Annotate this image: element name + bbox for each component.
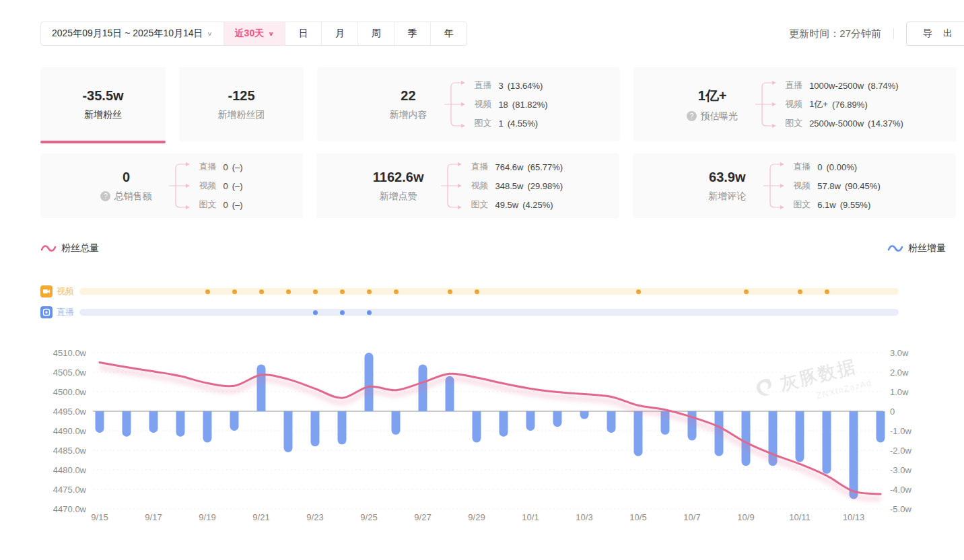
breakdown-row: 直播764.6w(65.77%) <box>471 158 563 176</box>
help-icon[interactable]: ? <box>687 111 697 121</box>
svg-text:4510.0w: 4510.0w <box>53 348 87 358</box>
content-marker-dot[interactable] <box>798 289 802 294</box>
svg-text:9/21: 9/21 <box>252 512 269 522</box>
breakdown-row: 视频0(–) <box>199 176 242 195</box>
stat-card-total-sales[interactable]: 0 ?总销售额 直播0(–) 视频0(–) 图文0(–) <box>40 153 303 218</box>
active-underline <box>40 141 166 143</box>
quick-range-selector[interactable]: 近30天 ∨ <box>223 22 285 45</box>
svg-text:4490.0w: 4490.0w <box>53 426 87 436</box>
svg-text:2.0w: 2.0w <box>890 368 909 378</box>
export-button[interactable]: 导 出 <box>906 22 964 46</box>
live-marker-strip <box>79 309 899 316</box>
breakdown-bracket <box>440 158 462 214</box>
svg-text:9/15: 9/15 <box>91 512 108 522</box>
svg-text:-5.0w: -5.0w <box>890 504 911 514</box>
stat-card-estimated-exposure[interactable]: 1亿+ ?预估曝光 直播1000w-2500w(8.74%) 视频1亿+(76.… <box>633 67 957 141</box>
svg-text:10/3: 10/3 <box>576 512 592 522</box>
date-range-selector[interactable]: 2025年09月15日 ~ 2025年10月14日 ∨ <box>41 22 223 45</box>
date-range-text: 2025年09月15日 ~ 2025年10月14日 <box>52 28 203 40</box>
stat-card-new-likes[interactable]: 1162.6w 新增点赞 直播764.6w(65.77%) 视频348.5w(2… <box>316 153 619 218</box>
content-marker-dot[interactable] <box>232 289 237 294</box>
svg-text:9/29: 9/29 <box>468 512 485 522</box>
breakdown-row: 图文0(–) <box>199 195 242 214</box>
svg-text:-1.0w: -1.0w <box>890 426 911 436</box>
stat-label: 新增内容 <box>389 109 427 121</box>
tab-quarter[interactable]: 季 <box>394 22 430 45</box>
content-marker-dot[interactable] <box>313 310 318 315</box>
breakdown-row: 直播1000w-2500w(8.74%) <box>785 76 903 95</box>
tab-year[interactable]: 年 <box>430 22 467 45</box>
content-marker-dot[interactable] <box>394 289 399 294</box>
tab-week[interactable]: 周 <box>357 22 394 45</box>
content-marker-dot[interactable] <box>825 289 829 294</box>
breakdown-row: 图文6.1w(9.55%) <box>793 195 880 214</box>
svg-text:4495.0w: 4495.0w <box>53 407 87 417</box>
content-marker-dot[interactable] <box>367 289 372 294</box>
breakdown-row: 直播0(–) <box>199 158 242 176</box>
content-marker-dot[interactable] <box>313 289 318 294</box>
content-marker-dot[interactable] <box>475 289 479 294</box>
breakdown-row: 视频1亿+(76.89%) <box>785 95 903 114</box>
tab-month[interactable]: 月 <box>321 22 357 45</box>
legend-label: 粉丝增量 <box>908 242 946 254</box>
breakdown-list: 直播1000w-2500w(8.74%) 视频1亿+(76.89%) 图文250… <box>785 76 903 133</box>
svg-text:4485.0w: 4485.0w <box>53 446 87 456</box>
content-marker-dot[interactable] <box>340 289 345 294</box>
date-filter-group: 2025年09月15日 ~ 2025年10月14日 ∨ 近30天 ∨ 日 月 周… <box>40 22 467 46</box>
svg-text:3.0w: 3.0w <box>890 348 909 358</box>
chevron-down-icon: ∨ <box>268 30 274 37</box>
breakdown-row: 直播0(0.00%) <box>793 158 880 176</box>
help-icon[interactable]: ? <box>100 191 110 201</box>
stat-card-new-comments[interactable]: 63.9w 新增评论 直播0(0.00%) 视频57.8w(90.45%) 图文… <box>633 153 956 218</box>
toolbar: 2025年09月15日 ~ 2025年10月14日 ∨ 近30天 ∨ 日 月 周… <box>40 22 964 46</box>
legend-fan-increment[interactable]: 粉丝增量 <box>887 242 946 254</box>
live-marker-row: 直播 <box>40 306 899 318</box>
stat-label: 新增粉丝团 <box>218 109 265 121</box>
content-marker-dot[interactable] <box>286 289 291 294</box>
video-marker-strip <box>79 288 899 295</box>
stat-label: 新增点赞 <box>380 190 417 203</box>
content-marker-dot[interactable] <box>636 289 641 294</box>
svg-text:-2.0w: -2.0w <box>890 446 911 456</box>
content-marker-dot[interactable] <box>744 289 749 294</box>
breakdown-bracket <box>443 76 466 133</box>
stats-grid: -35.5w 新增粉丝 -125 新增粉丝团 22 新增内容 直播3(13.64… <box>40 67 957 230</box>
breakdown-row: 视频348.5w(29.98%) <box>471 176 563 195</box>
fans-trend-chart[interactable]: 4510.0w4505.0w4500.0w4495.0w4490.0w4485.… <box>0 340 964 555</box>
stat-value: -35.5w <box>82 88 123 104</box>
content-marker-dot[interactable] <box>340 310 345 315</box>
breakdown-list: 直播764.6w(65.77%) 视频348.5w(29.98%) 图文49.5… <box>471 158 563 214</box>
breakdown-list: 直播0(0.00%) 视频57.8w(90.45%) 图文6.1w(9.55%) <box>793 158 880 214</box>
breakdown-row: 图文1(4.55%) <box>474 114 547 133</box>
svg-text:10/9: 10/9 <box>737 512 754 522</box>
legend-fan-total[interactable]: 粉丝总量 <box>40 242 99 254</box>
breakdown-row: 直播3(13.64%) <box>474 76 547 95</box>
tab-day[interactable]: 日 <box>285 22 321 45</box>
breakdown-bracket <box>168 158 191 214</box>
stat-value: 63.9w <box>709 170 745 185</box>
stat-label: 总销售额 <box>114 190 151 203</box>
update-time: 更新时间：27分钟前 <box>789 28 881 40</box>
svg-text:4500.0w: 4500.0w <box>53 387 87 397</box>
svg-text:1.0w: 1.0w <box>890 387 909 397</box>
content-marker-dot[interactable] <box>367 310 372 315</box>
chevron-down-icon: ∨ <box>207 30 213 37</box>
svg-text:4470.0w: 4470.0w <box>53 504 87 514</box>
stat-card-new-fans[interactable]: -35.5w 新增粉丝 <box>40 67 166 141</box>
svg-text:9/27: 9/27 <box>414 512 431 522</box>
content-marker-dot[interactable] <box>205 289 210 294</box>
stat-label: 新增粉丝 <box>84 109 122 121</box>
stat-value: 1162.6w <box>373 170 424 185</box>
svg-text:-4.0w: -4.0w <box>890 485 911 495</box>
live-row-label: 直播 <box>57 306 74 318</box>
stat-card-new-content[interactable]: 22 新增内容 直播3(13.64%) 视频18(81.82%) 图文1(4.5… <box>317 67 620 141</box>
svg-text:4475.0w: 4475.0w <box>53 485 87 495</box>
svg-text:9/23: 9/23 <box>306 512 323 522</box>
stat-value: -125 <box>228 88 254 104</box>
svg-text:10/5: 10/5 <box>629 512 646 522</box>
stat-card-new-fan-club[interactable]: -125 新增粉丝团 <box>179 67 304 141</box>
stat-value: 1亿+ <box>698 87 727 105</box>
content-marker-dot[interactable] <box>259 289 264 294</box>
svg-text:9/25: 9/25 <box>360 512 377 522</box>
content-marker-dot[interactable] <box>448 289 452 294</box>
